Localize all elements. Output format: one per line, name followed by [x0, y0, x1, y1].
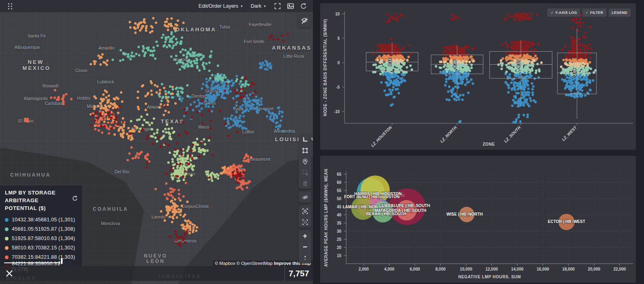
bubble-label: MATAGORDA | HB_SOUTH: [375, 208, 427, 213]
bubble-label: ECTOR | HB_WEST: [548, 219, 585, 224]
mapbox-attribution[interactable]: © Mapbox: [215, 261, 235, 266]
svg-text:65: 65: [337, 172, 342, 177]
basis-differential-chart-panel: ✓Y-AXIS LOG✓FILTERLEGEND 1050-5-10NODE -…: [320, 3, 636, 150]
bubble-y-axis-label: AVERAGE PEAK HOURS LMP ($/MWH), MEAN: [324, 168, 328, 267]
layer-legend-card[interactable]: LMP BY STORAGE ARBITRAGE POTENTIAL ($) 1…: [0, 186, 82, 266]
chevron-down-icon: ▾: [264, 4, 266, 8]
map-tool-column: + −: [299, 134, 311, 263]
svg-text:16,000: 16,000: [537, 267, 549, 271]
map-panel[interactable]: OKLAHOMAARKANSASNEWMEXICOTEXASLOUISIANAC…: [0, 0, 313, 284]
legend-swatch: [5, 218, 9, 222]
close-icon[interactable]: [5, 269, 14, 278]
strip-boxplot: -0.37: [490, 40, 552, 102]
svg-text:25: 25: [337, 237, 342, 242]
legend-range-label: 58010.63:70382.15 (1,302): [12, 245, 75, 251]
legend-item: 51925.87:58010.63 (1,304): [5, 234, 77, 243]
svg-text:8,000: 8,000: [435, 267, 445, 271]
reset-bearing-button[interactable]: [299, 216, 311, 227]
chart-control-y-axis-log[interactable]: ✓Y-AXIS LOG: [547, 9, 580, 17]
median-value-label: -0.37: [516, 60, 520, 69]
legend-range-label: 70382.15:84221.88 (1,303): [12, 254, 75, 260]
svg-text:5: 5: [337, 36, 340, 41]
edit-order-layers-dropdown[interactable]: Edit/Order Layers ▾: [199, 3, 243, 9]
map-attribution: © Mapbox © OpenStreetMap Improve this ma…: [213, 260, 313, 266]
check-icon: ✓: [551, 11, 553, 15]
selection-bottom-bar: 7,757: [0, 266, 313, 281]
legend-swatch: [5, 237, 9, 240]
svg-text:14,000: 14,000: [511, 267, 524, 271]
legend-range-label: 10432.38:45681.05 (1,301): [12, 217, 75, 223]
zoom-in-button[interactable]: +: [299, 230, 311, 241]
svg-text:60: 60: [337, 180, 342, 185]
basemap-label: Dark: [251, 3, 261, 9]
bubble-label: WISE | HB_NORTH: [447, 212, 483, 216]
legend-item: 45681.05:51925.87 (1,308): [5, 225, 77, 234]
bubble-x-axis-label: NEGATIVE LMP HOURS. SUM: [458, 275, 521, 279]
draw-point-button[interactable]: [299, 156, 311, 167]
lmp-bubble-chart-panel: 65605550454035302520152,0004,0006,0008,0…: [320, 156, 636, 283]
svg-text:10: 10: [335, 12, 340, 16]
strip-points: [372, 12, 597, 124]
fullscreen-icon[interactable]: [274, 2, 281, 10]
median-value-label: -2.08: [572, 68, 577, 77]
bubble-label: GUADALUPE | HB_SOUTH: [379, 203, 430, 208]
svg-text:40: 40: [337, 213, 342, 217]
chevron-down-icon: ▾: [241, 4, 243, 8]
legend-refresh-icon[interactable]: [72, 195, 78, 201]
bubble-label: HARRIS | HB_HOUSTON: [354, 192, 402, 196]
svg-text:6,000: 6,000: [410, 267, 420, 271]
edit-order-layers-label: Edit/Order Layers: [199, 3, 239, 9]
legend-scrollbar[interactable]: [61, 258, 63, 264]
legend-range-label: 45681.05:51925.87 (1,308): [12, 226, 75, 232]
median-value-label: -0.35: [452, 60, 457, 69]
strip-zone-tick: LZ_WEST: [561, 125, 578, 142]
chart-control-filter[interactable]: ✓FILTER: [582, 9, 606, 17]
median-value-label: 0.12: [387, 58, 392, 66]
svg-text:4,000: 4,000: [384, 267, 394, 271]
legend-range-label: 51925.87:58010.63 (1,304): [12, 236, 75, 241]
legend-title: LMP BY STORAGE ARBITRAGE POTENTIAL ($): [5, 189, 77, 212]
basemap-dropdown[interactable]: Dark ▾: [251, 3, 266, 9]
svg-text:20: 20: [337, 245, 342, 250]
bubble-chart[interactable]: 65605550454035302520152,0004,0006,0008,0…: [320, 156, 636, 283]
svg-text:-5: -5: [336, 85, 340, 90]
strip-boxplot: -0.35: [431, 46, 483, 98]
draw-rectangle-button[interactable]: [299, 145, 311, 156]
selected-count-box: 7,757: [284, 266, 313, 281]
export-image-icon[interactable]: [287, 2, 294, 10]
strip-plot[interactable]: 1050-5-10NODE - ZONE BASIS DIFFERENTIAL …: [320, 3, 636, 150]
strip-zone-tick: LZ_HOUSTON: [370, 125, 393, 148]
delete-selection-button[interactable]: [299, 178, 311, 189]
svg-text:50: 50: [337, 197, 342, 201]
svg-text:2,000: 2,000: [358, 267, 369, 271]
svg-text:55: 55: [337, 188, 342, 193]
chart-control-legend[interactable]: LEGEND: [609, 9, 631, 17]
transform-selection-button[interactable]: [299, 167, 311, 178]
strip-y-axis-label: NODE - ZONE BASIS DIFFERENTIAL ($/MWH): [323, 19, 327, 116]
legend-swatch: [5, 227, 9, 231]
drag-handle-icon[interactable]: [8, 3, 13, 9]
legend-swatch: [5, 256, 9, 259]
chart-controls: ✓Y-AXIS LOG✓FILTERLEGEND: [547, 9, 631, 17]
strip-x-axis-label: ZONE: [483, 142, 495, 146]
layers-off-icon: [301, 17, 308, 25]
svg-text:-10: -10: [334, 109, 340, 114]
svg-text:0: 0: [337, 61, 340, 65]
hide-layers-button[interactable]: [298, 14, 311, 28]
svg-text:10,000: 10,000: [460, 267, 473, 271]
recenter-view-button[interactable]: [299, 205, 311, 216]
legend-swatch: [5, 246, 9, 250]
svg-text:15: 15: [337, 253, 342, 258]
refresh-icon[interactable]: [300, 2, 307, 10]
selected-count: 7,757: [288, 269, 309, 278]
svg-text:35: 35: [337, 221, 342, 225]
legend-item: 10432.38:45681.05 (1,301): [5, 215, 77, 225]
svg-text:12,000: 12,000: [486, 267, 498, 271]
measure-ruler-button[interactable]: [299, 134, 311, 145]
pitch-toggle-button[interactable]: [299, 252, 311, 263]
zoom-out-button[interactable]: −: [299, 241, 311, 252]
strip-zone-tick: LZ_NORTH: [439, 125, 458, 144]
osm-attribution[interactable]: © OpenStreetMap: [236, 261, 273, 266]
svg-text:45: 45: [337, 205, 342, 209]
lasso-select-button[interactable]: [299, 192, 311, 203]
